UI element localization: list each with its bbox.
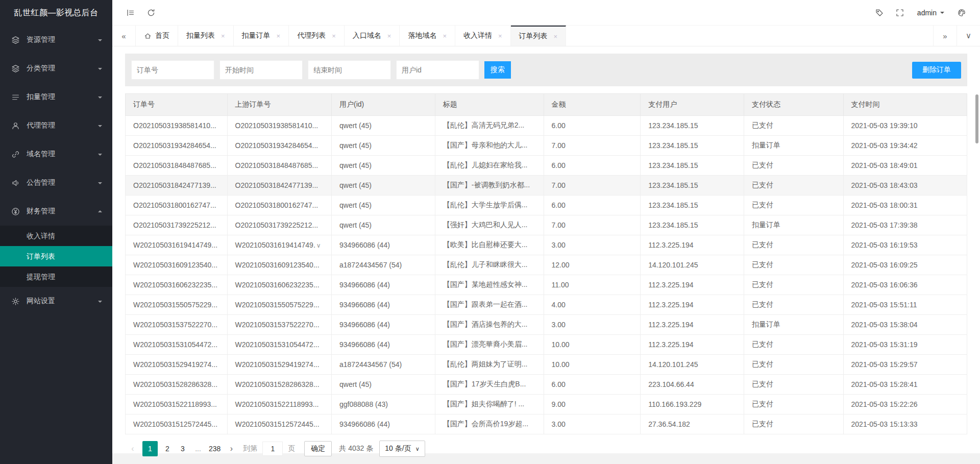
cell-pay-status: 已支付 xyxy=(744,176,843,196)
scrollbar-thumb[interactable] xyxy=(975,94,978,143)
cell-title: 【乱伦】两姐妹为了证明... xyxy=(435,355,544,375)
cell-order-no: W202105031531054472... xyxy=(126,335,228,355)
page-next-icon[interactable]: › xyxy=(224,441,239,456)
sidebar-item-announcements[interactable]: 公告管理 xyxy=(0,168,112,197)
cell-title: 【国产】-被调教到奶水都... xyxy=(435,176,544,196)
sidebar-item-label: 代理管理 xyxy=(27,121,95,130)
cell-pay-status: 已支付 xyxy=(744,235,843,255)
app-title: 乱世红颜—影视总后台 xyxy=(0,0,112,26)
page-number[interactable]: 238 xyxy=(206,441,224,456)
goto-confirm-button[interactable]: 确定 xyxy=(304,441,332,456)
cell-upstream-no: O202105031848487685... xyxy=(227,156,331,176)
cell-pay-status: 已支付 xyxy=(744,414,843,434)
cell-amount: 4.00 xyxy=(544,295,641,315)
close-icon[interactable]: × xyxy=(554,33,558,40)
cell-upstream-no: W202105031550575229... xyxy=(227,295,331,315)
sidebar-item-site-settings[interactable]: 网站设置 xyxy=(0,287,112,315)
sidebar-item-finance[interactable]: 财务管理 xyxy=(0,197,112,226)
palette-icon[interactable] xyxy=(951,0,972,26)
sidebar-subitem-withdraw[interactable]: 提现管理 xyxy=(0,266,112,287)
search-button[interactable]: 搜索 xyxy=(484,61,511,79)
sidebar-item-label: 资源管理 xyxy=(27,35,95,44)
sidebar-item-domains[interactable]: 域名管理 xyxy=(0,140,112,168)
cell-title: 【国产】某地超性感女神... xyxy=(435,275,544,295)
cell-pay-user: 110.166.193.229 xyxy=(641,395,744,414)
tab-entry-domain[interactable]: 入口域名× xyxy=(345,26,400,46)
cell-user: 934966086 (44) xyxy=(331,335,435,355)
refresh-icon[interactable] xyxy=(141,0,161,26)
cell-amount: 10.00 xyxy=(544,355,641,375)
cell-title: 【乱伦】高清无码兄弟2... xyxy=(435,116,544,136)
cell-amount: 6.00 xyxy=(544,156,641,176)
close-icon[interactable]: × xyxy=(221,32,225,40)
cell-order-no: O202105031938581410... xyxy=(126,116,228,136)
start-time-input[interactable] xyxy=(219,60,303,80)
cell-order-no: W202105031606232235... xyxy=(126,275,228,295)
cell-order-no: W202105031550575229... xyxy=(126,295,228,315)
goto-page-input[interactable] xyxy=(262,442,283,456)
sidebar-item-categories[interactable]: 分类管理 xyxy=(0,54,112,83)
end-time-input[interactable] xyxy=(308,60,391,80)
cell-title: 【欧美】比自慰棒还要大... xyxy=(435,235,544,255)
cell-title: 【国产】姐夫你喝醉了! ... xyxy=(435,395,544,414)
tabs-scroll-left-icon[interactable]: « xyxy=(112,26,136,46)
tab-order-list[interactable]: 订单列表× xyxy=(511,26,567,46)
page-prev-icon[interactable]: ‹ xyxy=(125,441,140,456)
cell-amount: 7.00 xyxy=(544,136,641,156)
table-row: W202105031619414749...W20210503161941474… xyxy=(126,235,967,255)
close-icon[interactable]: × xyxy=(277,32,281,40)
sidebar-item-deduction[interactable]: 扣量管理 xyxy=(0,83,112,111)
fullscreen-icon[interactable] xyxy=(890,0,910,26)
cell-title: 【乱伦】儿子和眯眯很大... xyxy=(435,255,544,275)
user-icon xyxy=(11,121,20,130)
cell-user: qwert (45) xyxy=(331,375,435,395)
close-icon[interactable]: × xyxy=(387,32,391,40)
cell-title: 【乱伦】大学生放学后偶... xyxy=(435,196,544,215)
tag-icon[interactable] xyxy=(869,0,890,26)
cell-amount: 10.00 xyxy=(544,335,641,355)
tab-deduct-list[interactable]: 扣量列表× xyxy=(178,26,234,46)
page-number[interactable]: 2 xyxy=(160,441,175,456)
order-no-input[interactable] xyxy=(131,60,214,80)
cell-pay-status: 已支付 xyxy=(744,335,843,355)
column-header: 用户(id) xyxy=(331,94,435,116)
delete-orders-button[interactable]: 删除订单 xyxy=(912,62,961,79)
cell-pay-user: 123.234.185.15 xyxy=(641,116,744,136)
sidebar-subitem-order-list[interactable]: 订单列表 xyxy=(0,246,112,266)
tabs-scroll-right-icon[interactable]: » xyxy=(933,26,957,46)
expand-row-icon[interactable]: ∨ xyxy=(316,242,321,249)
table-row: W202105031529419274...W20210503152941927… xyxy=(126,355,967,375)
close-icon[interactable]: × xyxy=(443,32,447,40)
per-page-select[interactable]: 10 条/页 ∨ xyxy=(379,441,425,457)
column-header: 订单号 xyxy=(126,94,228,116)
cell-pay-time: 2021-05-03 19:34:42 xyxy=(843,136,967,156)
tab-agent-list[interactable]: 代理列表× xyxy=(289,26,345,46)
cell-order-no: W202105031528286328... xyxy=(126,375,228,395)
user-id-input[interactable] xyxy=(396,60,479,80)
user-name: admin xyxy=(917,9,937,17)
close-icon[interactable]: × xyxy=(498,32,502,40)
tab-income-detail[interactable]: 收入详情× xyxy=(455,26,511,46)
tab-landing-domain[interactable]: 落地域名× xyxy=(400,26,455,46)
sidebar-subitem-income-detail[interactable]: 收入详情 xyxy=(0,226,112,246)
sidebar-item-resources[interactable]: 资源管理 xyxy=(0,26,112,54)
tab-label: 扣量列表 xyxy=(186,31,215,40)
cell-user: qwert (45) xyxy=(331,156,435,176)
tab-deduct-orders[interactable]: 扣量订单× xyxy=(234,26,289,46)
sidebar-item-agents[interactable]: 代理管理 xyxy=(0,111,112,140)
page-number[interactable]: 1 xyxy=(142,441,158,456)
cell-user: 934966086 (44) xyxy=(331,235,435,255)
table-row: W202105031528286328...W20210503152828632… xyxy=(126,375,967,395)
close-icon[interactable]: × xyxy=(332,32,336,40)
sidebar-item-label: 分类管理 xyxy=(27,64,95,73)
cell-order-no: W202105031609123540... xyxy=(126,255,228,275)
cell-amount: 3.00 xyxy=(544,414,641,434)
user-dropdown[interactable]: admin xyxy=(910,0,951,26)
chevron-down-icon xyxy=(98,39,102,43)
page-number[interactable]: 3 xyxy=(175,441,190,456)
menu-fold-icon[interactable] xyxy=(120,0,141,26)
tabs-more-icon[interactable]: ∨ xyxy=(957,26,980,46)
tab-home[interactable]: 首页 xyxy=(136,26,178,46)
cell-user: qwert (45) xyxy=(331,215,435,235)
chevron-down-icon xyxy=(98,96,102,101)
